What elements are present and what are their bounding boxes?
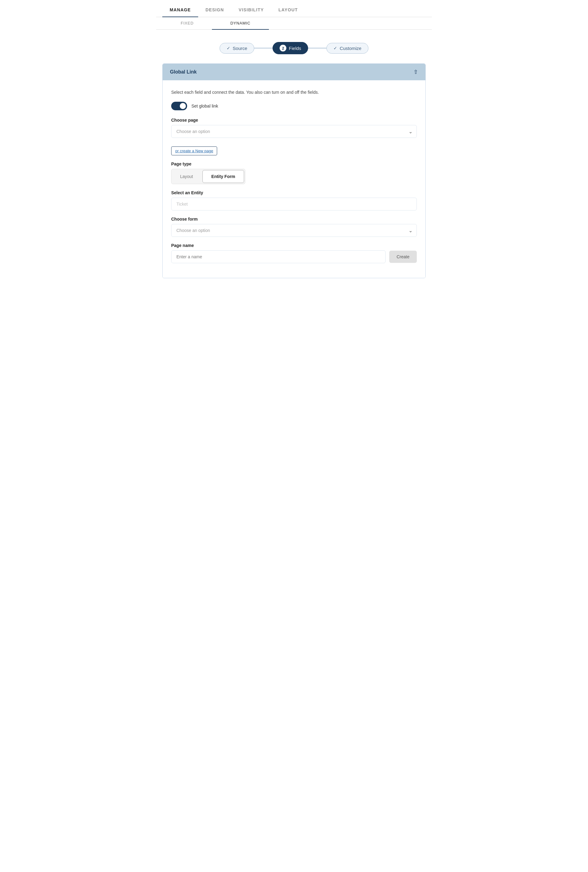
page-type-buttons: Layout Entity Form bbox=[171, 169, 245, 184]
select-entity-label: Select an Entity bbox=[171, 190, 417, 195]
nav-layout[interactable]: LAYOUT bbox=[271, 3, 305, 17]
page-type-group: Page type Layout Entity Form bbox=[171, 161, 417, 184]
select-entity-group: Select an Entity bbox=[171, 190, 417, 210]
nav-visibility[interactable]: VISIBILITY bbox=[231, 3, 271, 17]
step-fields-label: Fields bbox=[289, 46, 301, 51]
sub-nav: FIXED DYNAMIC bbox=[156, 17, 432, 30]
step-source[interactable]: ✓ Source bbox=[220, 43, 255, 54]
select-entity-input[interactable] bbox=[171, 198, 417, 210]
toggle-track bbox=[171, 102, 187, 110]
nav-design[interactable]: DESIGN bbox=[198, 3, 231, 17]
panel-body: Select each field and connect the data. … bbox=[163, 80, 425, 278]
step-fields[interactable]: 2 Fields bbox=[273, 42, 308, 54]
create-new-page-link[interactable]: or create a New page bbox=[171, 146, 217, 155]
tab-dynamic[interactable]: DYNAMIC bbox=[212, 17, 268, 30]
step-source-label: Source bbox=[233, 46, 248, 51]
step-fields-icon: 2 bbox=[280, 45, 286, 51]
toggle-thumb bbox=[180, 103, 186, 109]
create-button[interactable]: Create bbox=[389, 251, 417, 263]
step-connector-2 bbox=[308, 48, 327, 48]
page-name-row: Create bbox=[171, 250, 417, 263]
step-customize[interactable]: ✓ Customize bbox=[327, 43, 368, 54]
panel-header: Global Link ⇧ bbox=[163, 64, 425, 80]
choose-form-label: Choose form bbox=[171, 216, 417, 221]
page-name-group: Page name Create bbox=[171, 243, 417, 263]
choose-form-select[interactable]: Choose an option bbox=[171, 224, 417, 237]
choose-page-label: Choose page bbox=[171, 118, 417, 123]
nav-manage[interactable]: MANAGE bbox=[162, 3, 198, 17]
choose-page-select[interactable]: Choose an option bbox=[171, 125, 417, 138]
choose-form-placeholder: Choose an option bbox=[176, 228, 210, 233]
page-type-entity-form-btn[interactable]: Entity Form bbox=[202, 170, 244, 183]
step-customize-label: Customize bbox=[340, 46, 362, 51]
choose-page-placeholder: Choose an option bbox=[176, 129, 210, 134]
page-name-input[interactable] bbox=[171, 250, 386, 263]
choose-form-select-wrapper: Choose an option ⌄ bbox=[171, 224, 417, 237]
toggle-row: Set global link bbox=[171, 102, 417, 110]
choose-page-group: Choose page Choose an option ⌄ bbox=[171, 118, 417, 138]
description-text: Select each field and connect the data. … bbox=[171, 89, 417, 96]
panel-title: Global Link bbox=[170, 69, 196, 75]
toggle-label: Set global link bbox=[191, 104, 218, 108]
page-type-label: Page type bbox=[171, 161, 417, 166]
steps-container: ✓ Source 2 Fields ✓ Customize bbox=[156, 30, 432, 63]
page-name-label: Page name bbox=[171, 243, 417, 248]
page-type-layout-btn[interactable]: Layout bbox=[171, 169, 201, 184]
chevron-up-icon[interactable]: ⇧ bbox=[413, 69, 418, 75]
tab-fixed[interactable]: FIXED bbox=[162, 17, 212, 30]
step-source-icon: ✓ bbox=[226, 46, 230, 51]
step-connector-1 bbox=[254, 48, 273, 48]
global-link-toggle[interactable] bbox=[171, 102, 187, 110]
step-customize-icon: ✓ bbox=[333, 46, 337, 51]
choose-form-group: Choose form Choose an option ⌄ bbox=[171, 216, 417, 237]
choose-page-select-wrapper: Choose an option ⌄ bbox=[171, 125, 417, 138]
global-link-panel: Global Link ⇧ Select each field and conn… bbox=[162, 63, 426, 278]
top-nav: MANAGE DESIGN VISIBILITY LAYOUT bbox=[156, 3, 432, 17]
